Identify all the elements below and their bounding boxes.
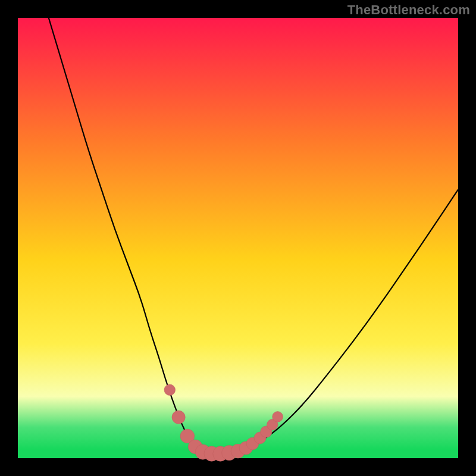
plot-background bbox=[18, 18, 458, 458]
bottleneck-chart bbox=[0, 0, 476, 476]
curve-marker bbox=[164, 384, 176, 396]
chart-stage: TheBottleneck.com bbox=[0, 0, 476, 476]
watermark-text: TheBottleneck.com bbox=[347, 2, 470, 18]
curve-marker bbox=[172, 411, 185, 424]
curve-marker bbox=[273, 412, 283, 422]
